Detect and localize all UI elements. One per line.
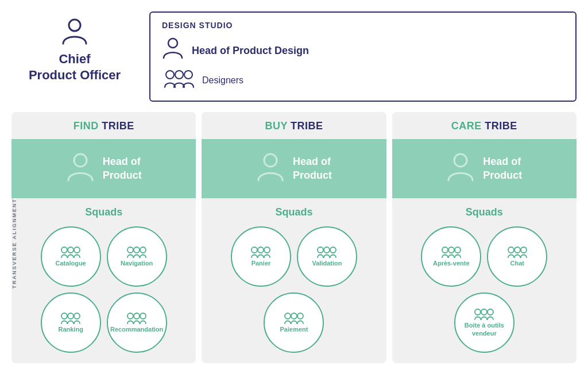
designers-label: Designers xyxy=(202,75,243,86)
care-hop-icon xyxy=(446,152,475,186)
svg-point-6 xyxy=(61,247,67,253)
squad-chat-label: Chat xyxy=(507,260,528,267)
squad-chat: Chat xyxy=(487,226,547,287)
buy-tribe-column: BUY TRIBE Head of Product xyxy=(202,112,386,363)
svg-point-2 xyxy=(166,71,174,79)
care-hop-label: Head of Product xyxy=(483,155,522,182)
squad-boite-outils: Boite à outils vendeur xyxy=(454,292,514,353)
svg-point-9 xyxy=(127,247,133,253)
find-green-word: FIND xyxy=(74,120,99,132)
svg-point-21 xyxy=(264,247,270,253)
svg-point-31 xyxy=(455,247,461,253)
care-green-word: CARE xyxy=(451,120,482,132)
design-studio-box: DESIGN STUDIO Head of Product Design xyxy=(149,11,577,102)
svg-point-8 xyxy=(74,247,80,253)
cpo-icon xyxy=(61,17,88,51)
care-squads-title: Squads xyxy=(399,206,570,218)
svg-point-36 xyxy=(481,309,487,315)
find-squads-grid: Catalogue Navigation xyxy=(18,226,189,353)
find-tribe-column: FIND TRIBE Head of Product xyxy=(11,112,196,363)
svg-point-3 xyxy=(175,71,183,79)
squad-recommandation-label: Recommandation xyxy=(107,326,167,333)
care-squads-grid: Après-vente Chat xyxy=(399,226,570,353)
care-tribe-column: CARE TRIBE Head of Product xyxy=(392,112,577,363)
svg-point-11 xyxy=(140,247,146,253)
svg-point-23 xyxy=(324,247,330,253)
svg-point-20 xyxy=(258,247,264,253)
buy-tribe-header: BUY TRIBE xyxy=(202,112,386,139)
squad-boite-outils-label: Boite à outils vendeur xyxy=(455,322,513,337)
head-of-product-design-label: Head of Product Design xyxy=(192,45,309,57)
svg-point-18 xyxy=(264,154,277,167)
svg-point-0 xyxy=(69,20,80,31)
buy-dark-word: TRIBE xyxy=(291,120,323,132)
svg-point-25 xyxy=(285,313,291,319)
squad-validation: Validation xyxy=(297,226,357,287)
svg-point-27 xyxy=(297,313,303,319)
squad-panier-label: Panier xyxy=(248,260,274,267)
designers-icon xyxy=(164,69,194,91)
squad-apres-vente: Après-vente xyxy=(421,226,481,287)
tribes-container: FIND TRIBE Head of Product xyxy=(11,112,577,363)
squad-validation-label: Validation xyxy=(309,260,346,267)
buy-squads-title: Squads xyxy=(208,206,379,218)
find-squads-section: Squads Catalogue xyxy=(11,198,196,363)
svg-point-13 xyxy=(68,313,74,319)
svg-point-33 xyxy=(514,247,520,253)
design-studio-head: Head of Product Design xyxy=(162,37,564,64)
svg-point-4 xyxy=(184,71,192,79)
svg-point-24 xyxy=(330,247,336,253)
squad-panier: Panier xyxy=(231,226,291,287)
svg-point-14 xyxy=(74,313,80,319)
buy-green-word: BUY xyxy=(265,120,287,132)
svg-point-16 xyxy=(134,313,140,319)
design-studio-label: DESIGN STUDIO xyxy=(162,21,564,30)
care-dark-word: TRIBE xyxy=(485,120,517,132)
svg-point-7 xyxy=(68,247,74,253)
find-squads-title: Squads xyxy=(18,206,189,218)
squad-paiement: Paiement xyxy=(264,292,324,353)
svg-point-12 xyxy=(61,313,67,319)
svg-point-5 xyxy=(74,154,87,167)
squad-catalogue: Catalogue xyxy=(41,226,101,287)
buy-hop-icon xyxy=(256,152,285,186)
transverse-label: TRANSVERSE ALIGNMENT xyxy=(11,198,24,288)
designers-row: Designers xyxy=(164,69,564,91)
find-hop-label: Head of Product xyxy=(103,155,142,182)
svg-point-1 xyxy=(168,38,177,48)
svg-point-17 xyxy=(140,313,146,319)
find-hop-row: Head of Product xyxy=(11,139,196,198)
svg-point-15 xyxy=(127,313,133,319)
svg-point-29 xyxy=(442,247,448,253)
squad-paiement-label: Paiement xyxy=(277,326,312,333)
head-of-product-design-icon xyxy=(162,37,184,64)
svg-point-28 xyxy=(454,154,467,167)
care-hop-row: Head of Product xyxy=(392,139,577,198)
squad-navigation-label: Navigation xyxy=(117,260,156,267)
svg-point-19 xyxy=(252,247,257,253)
buy-squads-section: Squads Panier xyxy=(202,198,386,363)
svg-point-22 xyxy=(318,247,323,253)
find-tribe-header: FIND TRIBE xyxy=(11,112,196,139)
svg-point-26 xyxy=(291,313,297,319)
svg-point-10 xyxy=(134,247,140,253)
svg-point-35 xyxy=(475,309,481,315)
buy-hop-label: Head of Product xyxy=(293,155,332,182)
care-squads-section: Squads Après-vente xyxy=(392,198,577,363)
svg-point-34 xyxy=(521,247,527,253)
squad-navigation: Navigation xyxy=(107,226,167,287)
cpo-line1: Chief xyxy=(59,52,90,66)
buy-hop-row: Head of Product xyxy=(202,139,386,198)
svg-point-32 xyxy=(508,247,514,253)
squad-ranking-label: Ranking xyxy=(55,326,86,333)
cpo-line2: Product Officer xyxy=(29,68,121,82)
svg-point-30 xyxy=(448,247,454,253)
find-hop-icon xyxy=(66,152,95,186)
squad-recommandation: Recommandation xyxy=(107,292,167,353)
cpo-title: Chief Product Officer xyxy=(29,51,121,83)
svg-point-37 xyxy=(488,309,493,315)
squad-catalogue-label: Catalogue xyxy=(52,260,90,267)
squad-apres-vente-label: Après-vente xyxy=(430,260,473,267)
cpo-box: Chief Product Officer xyxy=(11,11,138,94)
find-dark-word: TRIBE xyxy=(102,120,134,132)
